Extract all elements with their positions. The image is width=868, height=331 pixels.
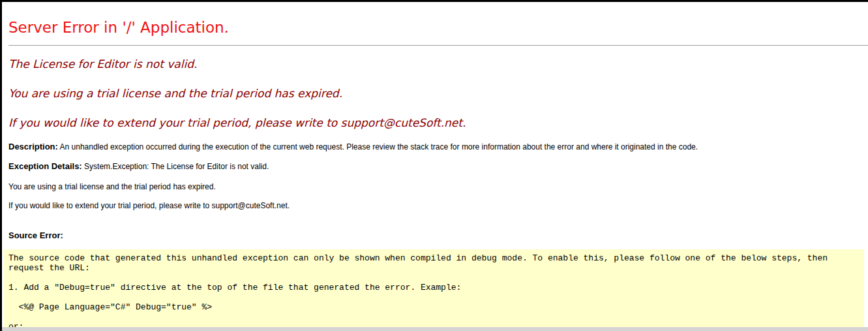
exception-extra-line-1: You are using a trial license and the tr… <box>8 183 861 191</box>
title-divider <box>8 45 868 46</box>
description-text: An unhandled exception occurred during t… <box>58 142 698 151</box>
description-label: Description: <box>8 142 58 151</box>
window-bottom-edge <box>2 327 868 331</box>
source-error-code-text: The source code that generated this unha… <box>8 253 860 331</box>
description-line: Description: An unhandled exception occu… <box>8 142 861 151</box>
error-page: Server Error in '/' Application. The Lic… <box>0 0 868 331</box>
page-title: Server Error in '/' Application. <box>8 19 861 36</box>
error-message-line-3: If you would like to extend your trial p… <box>8 116 861 129</box>
source-error-code-box: The source code that generated this unha… <box>4 249 864 331</box>
exception-details-text: System.Exception: The License for Editor… <box>82 162 269 171</box>
error-message-line-2: You are using a trial license and the tr… <box>8 87 861 100</box>
exception-extra-line-2: If you would like to extend your trial p… <box>8 202 861 210</box>
error-message-line-1: The License for Editor is not valid. <box>8 57 861 71</box>
exception-details-label: Exception Details: <box>8 161 82 171</box>
source-error-heading: Source Error: <box>8 231 861 240</box>
exception-details-line: Exception Details: System.Exception: The… <box>8 162 861 171</box>
source-error-label: Source Error: <box>8 230 63 240</box>
